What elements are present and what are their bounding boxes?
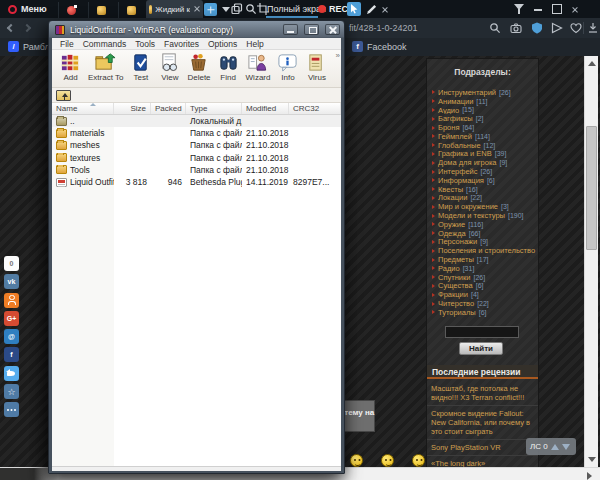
winrar-maximize-button[interactable]: [304, 24, 319, 35]
column-header-crc32[interactable]: CRC32: [289, 103, 341, 114]
sidebar-search-input[interactable]: [445, 326, 519, 338]
tab-pinned[interactable]: [58, 2, 84, 18]
winrar-virus-button[interactable]: Virus: [302, 51, 331, 83]
column-header-packed[interactable]: Packed: [151, 103, 186, 114]
share-button[interactable]: [4, 293, 19, 308]
tab-active[interactable]: Жидкий костюм | Liquid C: [146, 0, 203, 18]
winrar-menu-item[interactable]: File: [60, 39, 74, 49]
winrar-menu-item[interactable]: Options: [208, 39, 237, 49]
category-link[interactable]: Анимации [11]: [427, 97, 538, 106]
snapshot-camera-icon[interactable]: [510, 22, 522, 34]
winrar-menu-item[interactable]: Favorites: [164, 39, 199, 49]
share-button[interactable]: ☆: [4, 384, 19, 399]
category-link[interactable]: Поселения и строительство [122]: [427, 246, 538, 255]
category-link[interactable]: Спутники [26]: [427, 273, 538, 282]
back-icon[interactable]: [7, 24, 15, 32]
column-header-modified[interactable]: Modified: [242, 103, 289, 114]
review-link[interactable]: Масштаб, где потолка не видно!!! X3 Terr…: [427, 381, 538, 406]
winrar-wizard-button[interactable]: Wizard: [243, 51, 274, 83]
folder-up-button[interactable]: [56, 90, 71, 101]
forward-icon[interactable]: [23, 24, 31, 32]
tab-background-2[interactable]: [118, 2, 144, 18]
search-tabs-icon[interactable]: [245, 3, 257, 15]
scrollbar-down-icon[interactable]: [588, 457, 596, 462]
archive-row[interactable]: Liquid Outfit... 3 818 946 Bethesda Plug…: [52, 176, 341, 188]
recorder-close-icon[interactable]: [381, 6, 388, 13]
share-button[interactable]: 0: [4, 256, 19, 271]
category-link[interactable]: Инструментарий [26]: [427, 88, 538, 97]
opera-menu-button[interactable]: Меню: [4, 0, 51, 18]
category-link[interactable]: Информация [6]: [427, 176, 538, 185]
winrar-close-button[interactable]: [325, 24, 340, 35]
cursor-tool-button[interactable]: [347, 2, 361, 16]
category-link[interactable]: Локации [22]: [427, 194, 538, 203]
downloads-icon[interactable]: [587, 22, 599, 34]
new-tab-button[interactable]: [204, 3, 217, 16]
adblock-shield-icon[interactable]: [531, 22, 543, 34]
category-link[interactable]: Предметы [17]: [427, 255, 538, 264]
window-close-button[interactable]: [566, 0, 583, 18]
winrar-delete-button[interactable]: Delete: [184, 51, 213, 83]
winrar-minimize-button[interactable]: [283, 24, 298, 35]
tab-close-icon[interactable]: [193, 6, 200, 13]
bookmark-heart-icon[interactable]: [570, 22, 582, 34]
category-link[interactable]: Графика и ENB [39]: [427, 150, 538, 159]
window-maximize-button[interactable]: [548, 0, 565, 18]
archive-row[interactable]: Tools Папка с файл... 21.10.2018 ...: [52, 164, 341, 176]
share-button[interactable]: vk: [4, 274, 19, 289]
review-link[interactable]: Скромное видение Fallout: New California…: [427, 406, 538, 440]
scroll-down-icon[interactable]: [562, 444, 570, 450]
winrar-info-button[interactable]: Info: [273, 51, 302, 83]
category-link[interactable]: Мир и окружение [3]: [427, 202, 538, 211]
winrar-menu-item[interactable]: Tools: [135, 39, 155, 49]
share-button[interactable]: @: [4, 329, 19, 344]
archive-row[interactable]: materials Папка с файл... 21.10.2018 ...: [52, 127, 341, 139]
duplicate-tab-icon[interactable]: [231, 3, 243, 15]
winrar-menu-item[interactable]: Help: [246, 39, 263, 49]
column-header-size[interactable]: Size: [114, 103, 151, 114]
find-button[interactable]: Найти: [459, 342, 503, 355]
winrar-extract-button[interactable]: Extract To: [85, 51, 126, 83]
rec-button[interactable]: REC: [329, 4, 348, 14]
my-flow-icon[interactable]: [551, 22, 563, 34]
category-link[interactable]: Радио [31]: [427, 264, 538, 273]
winrar-test-button[interactable]: Test: [126, 51, 155, 83]
search-icon[interactable]: [489, 22, 501, 34]
column-header-type[interactable]: Type: [186, 103, 242, 114]
toolbar-overflow-icon[interactable]: [336, 51, 340, 60]
category-link[interactable]: Персонажи [9]: [427, 238, 538, 247]
pencil-tool-icon[interactable]: [366, 3, 378, 15]
category-link[interactable]: Модели и текстуры [190]: [427, 211, 538, 220]
tab-search-funnel-icon[interactable]: [514, 4, 524, 10]
category-link[interactable]: Существа [6]: [427, 282, 538, 291]
url-text[interactable]: fit/428-1-0-24201: [349, 23, 418, 33]
winrar-menu-item[interactable]: Commands: [83, 39, 126, 49]
category-link[interactable]: Дома для игрока [9]: [427, 158, 538, 167]
winrar-find-button[interactable]: Find: [214, 51, 243, 83]
scroll-up-icon[interactable]: [551, 444, 559, 450]
category-link[interactable]: Багфиксы [2]: [427, 114, 538, 123]
category-link[interactable]: Броня [64]: [427, 123, 538, 132]
scrollbar-right-icon[interactable]: [587, 472, 592, 480]
category-link[interactable]: Туториалы [6]: [427, 308, 538, 317]
tab-background-1[interactable]: [88, 2, 114, 18]
page-vertical-scrollbar[interactable]: [584, 56, 598, 467]
share-button[interactable]: [4, 366, 19, 381]
bookmark-facebook[interactable]: f Facebook: [352, 41, 407, 52]
category-link[interactable]: Аудио [15]: [427, 106, 538, 115]
review-link[interactable]: Sony PlayStation VR: [427, 440, 538, 456]
archive-row[interactable]: .. Локальный д...: [52, 115, 341, 127]
column-header-name[interactable]: Name: [52, 103, 114, 114]
category-link[interactable]: Квесты [16]: [427, 185, 538, 194]
share-button[interactable]: G+: [4, 311, 19, 326]
category-link[interactable]: Глобальные [12]: [427, 141, 538, 150]
scrollbar-thumb[interactable]: [586, 126, 597, 250]
share-button[interactable]: f: [4, 347, 19, 362]
archive-row[interactable]: textures Папка с файл... 21.10.2018 ...: [52, 152, 341, 164]
window-minimize-button[interactable]: [530, 0, 547, 18]
winrar-view-button[interactable]: View: [155, 51, 184, 83]
category-link[interactable]: Интерфейс [26]: [427, 167, 538, 176]
winrar-add-button[interactable]: Add: [56, 51, 85, 83]
category-link[interactable]: Одежда [66]: [427, 229, 538, 238]
share-button[interactable]: [4, 402, 19, 417]
